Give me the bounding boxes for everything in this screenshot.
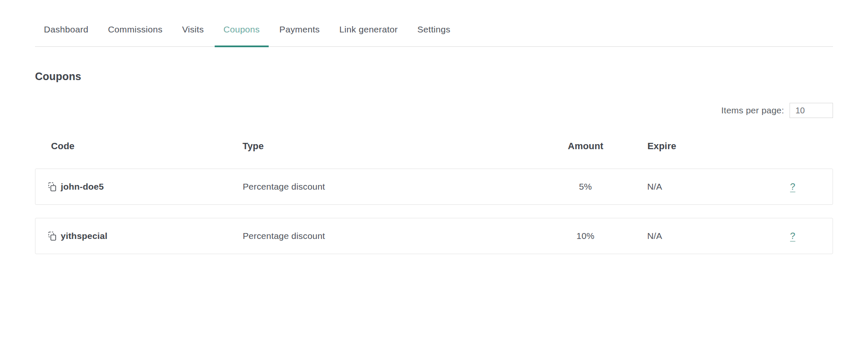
coupon-code-cell: john-doe5 <box>35 182 243 192</box>
coupon-amount: 10% <box>530 231 642 241</box>
tab-payments[interactable]: Payments <box>270 24 329 46</box>
table-row: yithspecial Percentage discount 10% N/A … <box>35 218 833 254</box>
coupon-type: Percentage discount <box>243 182 529 192</box>
coupon-expire: N/A <box>641 182 753 192</box>
tab-dashboard[interactable]: Dashboard <box>35 24 97 46</box>
table-row: john-doe5 Percentage discount 5% N/A ? <box>35 169 833 205</box>
tab-coupons[interactable]: Coupons <box>215 24 269 46</box>
tab-visits[interactable]: Visits <box>173 24 213 46</box>
copy-icon[interactable] <box>48 231 57 241</box>
column-header-expire: Expire <box>642 141 753 152</box>
column-header-code: Code <box>35 141 243 152</box>
coupon-amount: 5% <box>530 182 642 192</box>
coupon-code: john-doe5 <box>61 182 104 192</box>
items-per-page-label: Items per page: <box>721 105 784 115</box>
help-link[interactable]: ? <box>790 181 795 192</box>
items-per-page-row: Items per page: <box>35 103 833 118</box>
coupon-expire: N/A <box>641 231 753 241</box>
table-header: Code Type Amount Expire <box>35 141 833 152</box>
items-per-page-input[interactable] <box>790 103 833 118</box>
coupon-code: yithspecial <box>61 231 108 241</box>
help-link[interactable]: ? <box>790 231 795 241</box>
coupon-code-cell: yithspecial <box>35 231 243 241</box>
column-header-type: Type <box>243 141 530 152</box>
tab-link-generator[interactable]: Link generator <box>331 24 407 46</box>
tab-bar: Dashboard Commissions Visits Coupons Pay… <box>35 24 833 47</box>
coupon-type: Percentage discount <box>243 231 529 241</box>
copy-icon[interactable] <box>48 182 57 192</box>
page-title: Coupons <box>35 70 833 83</box>
tab-settings[interactable]: Settings <box>409 24 459 46</box>
page-container: Dashboard Commissions Visits Coupons Pay… <box>35 24 833 254</box>
column-header-amount: Amount <box>530 141 642 152</box>
tab-commissions[interactable]: Commissions <box>99 24 171 46</box>
